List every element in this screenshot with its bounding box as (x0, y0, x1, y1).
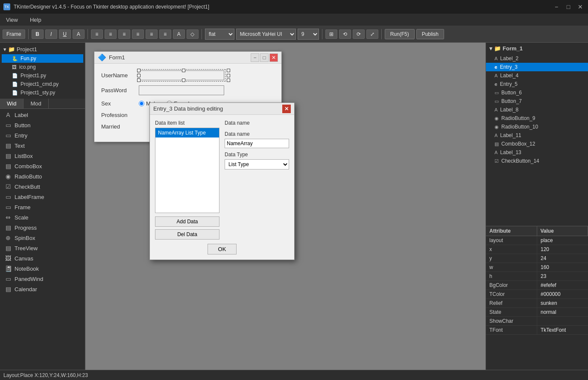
prop-showchar-val (537, 317, 588, 325)
form1-title: Form1 (109, 54, 250, 61)
form1-maximize-button[interactable]: □ (260, 53, 269, 62)
form1-close-button[interactable]: ✕ (269, 53, 278, 62)
widget-frame[interactable]: ▭ Frame (1, 202, 84, 212)
dialog-columns: NameArray List Type Add Data Del Data Da… (155, 128, 289, 240)
icon-btn-3[interactable]: ⟳ (353, 29, 365, 39)
widget-labelframe[interactable]: ▭ LabelFrame (1, 192, 84, 202)
prop-h-key: h (486, 272, 537, 281)
comp-label-2[interactable]: A Label_2 (486, 54, 588, 63)
comp-checkbutton-14-icon: ☑ (494, 158, 499, 164)
widget-frame-text: Frame (15, 204, 31, 210)
widget-canvas[interactable]: 🖼 Canvas (1, 253, 84, 263)
font-select[interactable]: Microsoft YaHei UI Arial (236, 29, 296, 40)
prop-showchar: ShowChar (486, 317, 588, 326)
italic-button[interactable]: I (45, 29, 57, 39)
menu-view[interactable]: View (3, 16, 20, 24)
widget-combobox[interactable]: ▤ ComboBox (1, 161, 84, 171)
project-expand-icon: ▾ (3, 46, 6, 53)
publish-button[interactable]: Publish (416, 29, 444, 39)
form-root[interactable]: ▾ 📁 Form_1 (486, 43, 588, 54)
comp-combobox-12[interactable]: ▤ ComboBox_12 (486, 140, 588, 148)
align-center-button[interactable]: ≡ (105, 29, 117, 39)
widget-notebook[interactable]: 📓 NoteBook (1, 263, 84, 274)
run-button[interactable]: Run(F5) (385, 29, 415, 39)
form1-minimize-button[interactable]: − (251, 53, 259, 62)
prop-y: y 24 (486, 254, 588, 263)
minimize-button[interactable]: − (552, 3, 561, 11)
icon-btn-4[interactable]: ⤢ (366, 29, 378, 39)
right-panel: ▾ 📁 Form_1 A Label_2 e Entry_3 A Label_4… (486, 43, 588, 370)
widget-calendar[interactable]: ▤ Calendar (1, 284, 84, 294)
underline-button[interactable]: U (59, 29, 71, 39)
data-name-input[interactable] (225, 139, 289, 148)
titlebar-controls: − □ ✕ (552, 3, 585, 11)
canvas-area[interactable]: 🔷 Form1 − □ ✕ UserName (85, 43, 486, 370)
del-data-button[interactable]: Del Data (155, 229, 219, 240)
comp-label-4[interactable]: A Label_4 (486, 71, 588, 80)
menu-help[interactable]: Help (27, 16, 44, 24)
comp-button-7[interactable]: ▭ Button_7 (486, 97, 588, 105)
widget-entry[interactable]: ▭ Entry (1, 130, 84, 140)
icon-btn-2[interactable]: ⟲ (339, 29, 351, 39)
comp-radiobutton-9-icon: ◉ (494, 116, 499, 121)
align-5-button[interactable]: ≡ (146, 29, 158, 39)
widget-treeview[interactable]: ▤ TreeView (1, 243, 84, 253)
comp-checkbutton-14[interactable]: ☑ CheckButton_14 (486, 157, 588, 165)
widget-listbox[interactable]: ▤ ListBox (1, 151, 84, 161)
grid-button[interactable]: ⊞ (325, 29, 337, 39)
frame-button[interactable]: Frame (3, 29, 25, 39)
widget-button[interactable]: ▭ Button (1, 120, 84, 130)
data-list-item-0[interactable]: NameArray List Type (155, 128, 219, 137)
handle-br (227, 79, 230, 82)
comp-radiobutton-9[interactable]: ◉ RadioButton_9 (486, 114, 588, 123)
mod-tab[interactable]: Mod (23, 99, 48, 108)
shape-button[interactable]: ◇ (187, 29, 199, 39)
paint-button[interactable]: A (173, 29, 185, 39)
password-entry[interactable] (139, 85, 224, 95)
widget-text[interactable]: ▤ Text (1, 140, 84, 151)
widget-label[interactable]: A Label (1, 110, 84, 120)
relief-select[interactable]: flat groove raised ridge solid sunken (205, 29, 234, 40)
maximize-button[interactable]: □ (564, 3, 573, 11)
bold-button[interactable]: B (32, 29, 44, 39)
comp-button-6[interactable]: ▭ Button_6 (486, 88, 588, 97)
file-fun-py[interactable]: 🐍 Fun.py (2, 54, 83, 63)
widget-radiobutton[interactable]: ◉ RadioButto (1, 171, 84, 181)
username-entry[interactable] (139, 70, 224, 80)
file-project1-py[interactable]: 📄 Project1.py (2, 71, 83, 80)
comp-label-13-name: Label_13 (500, 149, 521, 155)
project-root[interactable]: ▾ 📁 Project1 (2, 44, 83, 54)
close-button[interactable]: ✕ (576, 3, 585, 11)
align-left-button[interactable]: ≡ (91, 29, 103, 39)
comp-entry-5[interactable]: e Entry_5 (486, 80, 588, 88)
prop-relief-key: Relief (486, 299, 537, 307)
comp-label-13[interactable]: A Label_13 (486, 148, 588, 157)
dialog-close-button[interactable]: ✕ (282, 105, 291, 113)
font-size-select[interactable]: 9 10 11 12 (298, 29, 319, 40)
comp-entry-3[interactable]: e Entry_3 (486, 63, 588, 71)
comp-label-11[interactable]: A Label_11 (486, 131, 588, 140)
widget-progress[interactable]: ▤ Progress (1, 222, 84, 233)
file-ico-png[interactable]: 🖼 ico.png (2, 63, 83, 71)
align-justify-button[interactable]: ≡ (132, 29, 144, 39)
widget-checkbutton[interactable]: ☑ CheckButt (1, 181, 84, 192)
widget-scale[interactable]: ⇔ Scale (1, 212, 84, 222)
handle-tl (137, 69, 140, 72)
comp-radiobutton-10[interactable]: ◉ RadioButton_10 (486, 123, 588, 131)
align-6-button[interactable]: ≡ (159, 29, 171, 39)
dialog-ok-button[interactable]: OK (208, 244, 237, 254)
username-entry-container (139, 70, 228, 80)
comp-label-8[interactable]: A Label_8 (486, 105, 588, 114)
wid-tab[interactable]: Wid (0, 99, 23, 108)
text-color-button[interactable]: A (73, 29, 85, 39)
add-data-button[interactable]: Add Data (155, 216, 219, 227)
data-type-select[interactable]: List Type Dict Type String Type (225, 159, 289, 170)
align-right-button[interactable]: ≡ (118, 29, 130, 39)
male-radio[interactable] (139, 101, 144, 106)
file-project1-sty[interactable]: 📄 Project1_sty.py (2, 88, 83, 97)
data-item-listbox[interactable]: NameArray List Type (155, 128, 219, 213)
widget-spinbox[interactable]: ⊕ SpinBox (1, 233, 84, 243)
widget-panedwindow[interactable]: ▭ PanedWind (1, 274, 84, 284)
prop-relief-val: sunken (537, 299, 588, 307)
file-project1-cmd[interactable]: 📄 Project1_cmd.py (2, 80, 83, 88)
